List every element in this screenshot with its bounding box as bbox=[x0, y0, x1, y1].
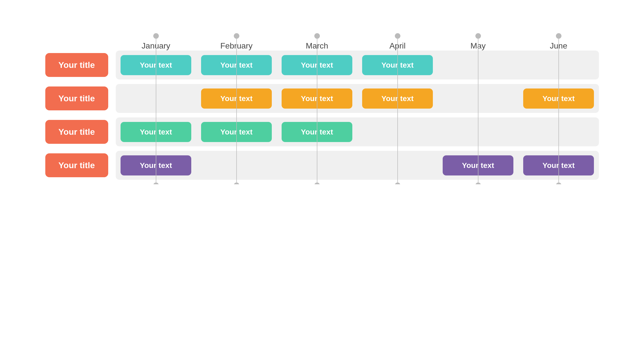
cell-2-4 bbox=[438, 121, 518, 143]
cell-1-1: Your text bbox=[196, 87, 277, 110]
cell-0-4 bbox=[438, 54, 518, 76]
grid-area: Your titleYour textYour textYour textYou… bbox=[116, 51, 599, 180]
cell-1-0 bbox=[116, 87, 196, 110]
svg-point-11 bbox=[556, 183, 561, 184]
text-badge-3-5[interactable]: Your text bbox=[523, 155, 594, 175]
svg-point-9 bbox=[475, 183, 481, 184]
roadmap-container: JanuaryFebruaryMarchAprilMayJune Your ti… bbox=[45, 33, 599, 184]
text-badge-1-2[interactable]: Your text bbox=[282, 88, 353, 109]
svg-point-1 bbox=[153, 183, 159, 184]
text-badge-2-0[interactable]: Your text bbox=[121, 122, 192, 142]
month-dot-may bbox=[475, 33, 481, 39]
row-bg-2: Your textYour textYour text bbox=[116, 117, 599, 146]
text-badge-1-5[interactable]: Your text bbox=[523, 88, 594, 109]
cell-3-5: Your text bbox=[518, 154, 599, 177]
month-label-june: June bbox=[550, 41, 567, 51]
text-badge-0-0[interactable]: Your text bbox=[121, 55, 192, 75]
cell-3-0: Your text bbox=[116, 154, 196, 177]
month-col-june: June bbox=[518, 33, 599, 51]
cell-1-5: Your text bbox=[518, 87, 599, 110]
svg-point-5 bbox=[314, 183, 320, 184]
cell-0-0: Your text bbox=[116, 54, 196, 76]
roadmap-row-1: Your titleYour textYour textYour textYou… bbox=[116, 84, 599, 113]
row-bg-3: Your textYour textYour text bbox=[116, 151, 599, 180]
text-badge-2-2[interactable]: Your text bbox=[282, 122, 353, 142]
cell-2-5 bbox=[518, 121, 599, 143]
row-title-2[interactable]: Your title bbox=[45, 120, 108, 144]
cell-0-3: Your text bbox=[357, 54, 438, 76]
row-bg-0: Your textYour textYour textYour text bbox=[116, 51, 599, 79]
month-dot-january bbox=[153, 33, 159, 39]
month-label-may: May bbox=[470, 41, 485, 51]
row-title-0[interactable]: Your title bbox=[45, 53, 108, 77]
month-label-january: January bbox=[142, 41, 170, 51]
text-badge-0-3[interactable]: Your text bbox=[362, 55, 433, 75]
month-label-april: April bbox=[389, 41, 405, 51]
month-label-february: February bbox=[220, 41, 252, 51]
svg-point-7 bbox=[395, 183, 400, 184]
roadmap-row-0: Your titleYour textYour textYour textYou… bbox=[116, 51, 599, 79]
cell-3-4: Your text bbox=[438, 154, 518, 177]
row-bg-1: Your textYour textYour textYour text bbox=[116, 84, 599, 113]
cell-0-2: Your text bbox=[277, 54, 357, 76]
month-dot-march bbox=[314, 33, 320, 39]
month-col-may: May bbox=[438, 33, 518, 51]
cell-2-2: Your text bbox=[277, 121, 357, 143]
month-header-row: JanuaryFebruaryMarchAprilMayJune bbox=[116, 33, 599, 51]
cell-1-2: Your text bbox=[277, 87, 357, 110]
month-col-march: March bbox=[277, 33, 357, 51]
text-badge-2-1[interactable]: Your text bbox=[201, 122, 272, 142]
month-dot-june bbox=[556, 33, 561, 39]
month-col-february: February bbox=[196, 33, 277, 51]
month-dot-april bbox=[395, 33, 400, 39]
month-label-march: March bbox=[306, 41, 328, 51]
text-badge-3-0[interactable]: Your text bbox=[121, 155, 192, 175]
row-title-3[interactable]: Your title bbox=[45, 153, 108, 177]
month-col-january: January bbox=[116, 33, 196, 51]
cell-3-1 bbox=[196, 154, 277, 177]
text-badge-0-1[interactable]: Your text bbox=[201, 55, 272, 75]
text-badge-0-2[interactable]: Your text bbox=[282, 55, 353, 75]
cell-0-5 bbox=[518, 54, 599, 76]
roadmap-row-2: Your titleYour textYour textYour text bbox=[116, 117, 599, 146]
row-title-1[interactable]: Your title bbox=[45, 86, 108, 110]
text-badge-3-4[interactable]: Your text bbox=[443, 155, 514, 175]
cell-2-1: Your text bbox=[196, 121, 277, 143]
roadmap-row-3: Your titleYour textYour textYour text bbox=[116, 151, 599, 180]
cell-1-3: Your text bbox=[357, 87, 438, 110]
cell-2-3 bbox=[357, 121, 438, 143]
cell-3-3 bbox=[357, 154, 438, 177]
cell-3-2 bbox=[277, 154, 357, 177]
text-badge-1-1[interactable]: Your text bbox=[201, 88, 272, 109]
cell-1-4 bbox=[438, 87, 518, 110]
text-badge-1-3[interactable]: Your text bbox=[362, 88, 433, 109]
svg-point-3 bbox=[234, 183, 239, 184]
cell-2-0: Your text bbox=[116, 121, 196, 143]
month-dot-february bbox=[234, 33, 239, 39]
cell-0-1: Your text bbox=[196, 54, 277, 76]
month-col-april: April bbox=[357, 33, 438, 51]
